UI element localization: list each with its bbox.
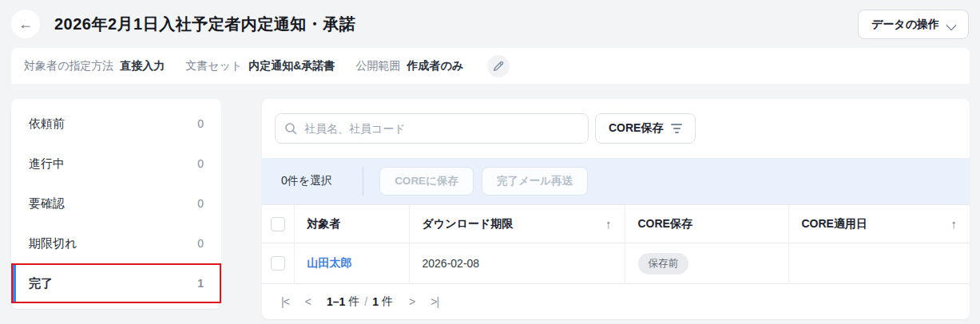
column-header-download-deadline: ダウンロード期限 ↑ [409,205,625,243]
search-box [275,113,589,144]
results-panel: CORE保存 0件を選択 COREに保存 完了メール再送 対象者 ダウンロード期… [262,99,970,319]
selected-count-label: 0件を選択 [281,174,332,188]
meta-label: 文書セット [185,59,242,73]
sidebar-item-needs-confirmation[interactable]: 要確認 0 [11,184,221,223]
meta-label: 対象者の指定方法 [24,59,113,73]
column-header-core-save: CORE保存 [625,205,788,243]
header-checkbox-cell [262,205,294,243]
pagination-range-label: 1–1件/1件 [327,294,393,309]
row-checkbox-cell [262,243,294,284]
data-operations-button[interactable]: データの操作 [858,10,969,39]
meta-value: 内定通知&承諾書 [248,59,335,73]
sidebar-item-count: 0 [197,157,204,170]
search-toolbar: CORE保存 [262,99,970,144]
top-header: ← 2026年2月1日入社予定者内定通知・承諾 データの操作 [0,0,980,48]
back-arrow-icon: ← [18,16,33,33]
sidebar-item-count: 0 [197,197,204,210]
last-page-button[interactable]: >| [430,295,438,308]
sidebar-item-expired[interactable]: 期限切れ 0 [11,223,221,263]
meta-document-set: 文書セット 内定通知&承諾書 [185,59,335,73]
sort-ascending-icon[interactable]: ↑ [605,217,612,231]
core-save-filter-label: CORE保存 [609,121,663,136]
status-badge: 保存前 [638,253,689,275]
selection-action-bar: 0件を選択 COREに保存 完了メール再送 [262,158,970,204]
column-header-core-apply-date: CORE適用日 ↑ [788,205,970,243]
core-save-filter-button[interactable]: CORE保存 [595,113,696,144]
sidebar-item-label: 要確認 [29,196,65,211]
select-all-checkbox[interactable] [271,217,285,231]
sidebar-item-count: 0 [197,117,204,130]
sidebar-item-in-progress[interactable]: 進行中 0 [11,144,221,184]
sidebar-item-label: 進行中 [29,156,65,172]
first-page-button[interactable]: |< [281,295,289,308]
core-save-status-cell: 保存前 [625,243,788,284]
sidebar-item-label: 期限切れ [29,236,77,251]
edit-settings-button[interactable] [487,55,510,77]
prev-page-button[interactable]: < [305,295,311,308]
sidebar-item-completed[interactable]: 完了 1 [11,263,221,303]
settings-summary-bar: 対象者の指定方法 直接入力 文書セット 内定通知&承諾書 公開範囲 作成者のみ [11,48,970,84]
sidebar-item-before-request[interactable]: 依頼前 0 [11,104,221,144]
resend-completion-mail-button[interactable]: 完了メール再送 [482,167,588,196]
search-icon [284,122,297,135]
meta-value: 作成者のみ [407,59,463,73]
recipients-table: 対象者 ダウンロード期限 ↑ CORE保存 CORE適用日 ↑ [262,204,970,284]
table-header-row: 対象者 ダウンロード期限 ↑ CORE保存 CORE適用日 ↑ [262,205,970,243]
sidebar-item-label: 完了 [29,276,53,291]
sidebar-item-count: 1 [197,277,204,290]
sidebar-item-label: 依頼前 [29,117,65,132]
next-page-button[interactable]: > [409,295,415,308]
meta-visibility-scope: 公開範囲 作成者のみ [355,59,463,73]
pagination-total: 1 [372,295,379,308]
pagination-separator: / [363,295,369,308]
pagination-range: 1–1 [327,295,345,308]
table-row: 山田太郎 2026-02-08 保存前 [262,243,970,284]
core-apply-date-cell [788,243,970,284]
target-cell: 山田太郎 [294,243,409,284]
person-link[interactable]: 山田太郎 [307,256,352,269]
save-to-core-button[interactable]: COREに保存 [379,167,474,196]
pagination: |< < 1–1件/1件 > >| [262,284,970,318]
meta-label: 公開範囲 [355,59,400,73]
meta-target-method: 対象者の指定方法 直接入力 [24,59,165,73]
data-operations-label: データの操作 [871,18,939,32]
vertical-divider [363,167,363,196]
page-title: 2026年2月1日入社予定者内定通知・承諾 [54,14,355,35]
employee-search-input[interactable] [275,113,589,144]
download-deadline-cell: 2026-02-08 [409,243,625,284]
row-checkbox[interactable] [271,256,285,271]
meta-value: 直接入力 [120,59,165,73]
back-button[interactable]: ← [11,10,40,38]
chevron-down-icon [947,21,955,29]
status-filter-sidebar: 依頼前 0 進行中 0 要確認 0 期限切れ 0 完了 1 [11,99,221,309]
pencil-icon [493,61,504,72]
sort-ascending-icon[interactable]: ↑ [951,217,958,231]
filter-icon [671,124,682,134]
column-header-target: 対象者 [294,205,409,243]
sidebar-item-count: 0 [197,237,204,250]
